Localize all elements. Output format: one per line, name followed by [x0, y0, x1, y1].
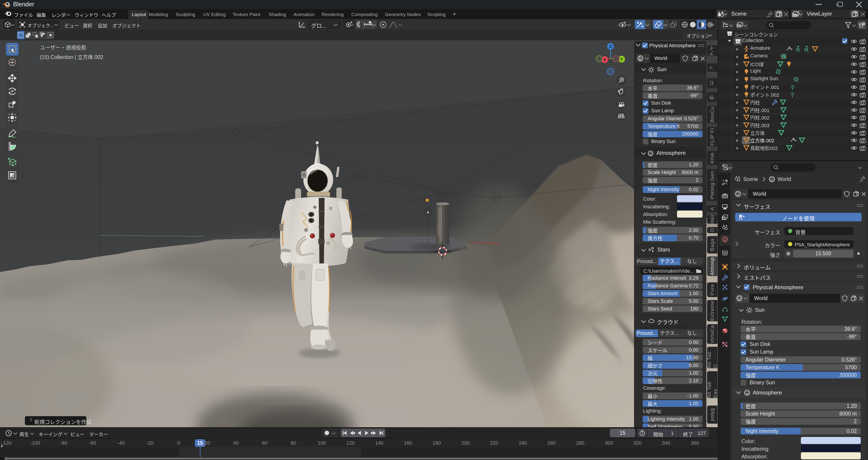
svg-text:Y: Y: [620, 57, 623, 62]
svg-text:Z: Z: [609, 44, 612, 49]
svg-text:X: X: [603, 57, 606, 62]
